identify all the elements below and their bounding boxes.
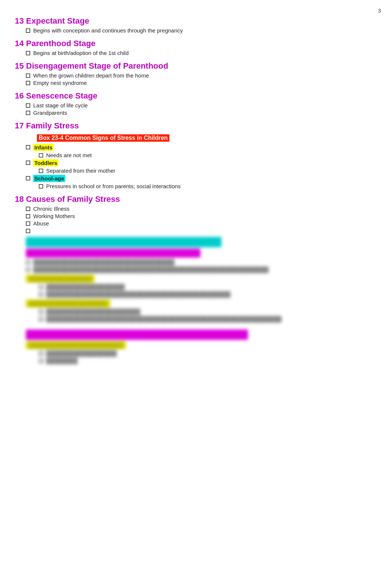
section-16: 16 Senescence Stage Last stage of life c… bbox=[15, 91, 374, 116]
section-14-title: Parenthood Stage bbox=[26, 39, 96, 48]
section-13: 13 Expectant Stage Begins with conceptio… bbox=[15, 16, 374, 34]
section-14-number: 14 bbox=[15, 39, 24, 48]
bullet-text: Grandparents bbox=[33, 110, 67, 116]
bullet-icon bbox=[39, 310, 43, 314]
bullet-text: Last stage of life cycle bbox=[33, 102, 88, 108]
bullet-text: Chronic Illness bbox=[33, 206, 69, 212]
section-15-heading: 15 Disengagement Stage of Parenthood bbox=[15, 61, 374, 71]
section-13-title: Expectant Stage bbox=[26, 16, 89, 25]
blurred-sub-bullet: ████████████████████ bbox=[39, 284, 374, 290]
bullet-icon bbox=[39, 285, 43, 289]
page-number: 3 bbox=[378, 7, 381, 14]
infants-bullet-text: Needs are not met bbox=[46, 152, 92, 158]
section-13-number: 13 bbox=[15, 16, 24, 25]
section-16-heading: 16 Senescence Stage bbox=[15, 91, 374, 101]
blurred-bullet: ████████████████████████████████████ bbox=[26, 259, 374, 265]
bullet-icon bbox=[26, 214, 30, 218]
toddlers-bullet-text: Separated from their mother bbox=[46, 168, 116, 174]
toddlers-sub-bullet: Separated from their mother bbox=[39, 168, 374, 174]
blurred-bullet: ████████████████████████████████████████… bbox=[26, 266, 374, 273]
section-14-heading: 14 Parenthood Stage bbox=[15, 39, 374, 48]
section-18-bullet-3 bbox=[26, 228, 374, 233]
infants-label: Infants bbox=[33, 144, 54, 151]
bullet-icon bbox=[39, 184, 43, 189]
section-18-bullet-1: Working Mothers bbox=[26, 213, 374, 219]
bullet-text: Abuse bbox=[33, 220, 49, 227]
section-18-bullet-0: Chronic Illness bbox=[26, 206, 374, 212]
section-17-title: Family Stress bbox=[26, 121, 79, 130]
stress-box-container: Box 23-4 Common Signs of Stress in Child… bbox=[26, 132, 374, 142]
section-15-number: 15 bbox=[15, 61, 24, 70]
infants-item: Infants bbox=[26, 144, 374, 151]
section-16-bullet-1: Grandparents bbox=[26, 110, 374, 116]
section-18: 18 Causes of Family Stress Chronic Illne… bbox=[15, 194, 374, 233]
section-18-bullet-2: Abuse bbox=[26, 220, 374, 227]
schoolage-bullet-text: Pressures in school or from parents; soc… bbox=[46, 183, 180, 189]
blurred-sub-bullet: ████████ bbox=[39, 358, 374, 364]
bullet-text: Working Mothers bbox=[33, 213, 75, 219]
section-16-bullet-0: Last stage of life cycle bbox=[26, 102, 374, 108]
bullet-icon bbox=[26, 221, 30, 226]
bullet-text: When the grown children depart from the … bbox=[33, 72, 149, 79]
section-17: 17 Family Stress Box 23-4 Common Signs o… bbox=[15, 121, 374, 189]
bullet-icon bbox=[26, 176, 30, 180]
bullet-icon bbox=[26, 207, 30, 211]
bullet-icon bbox=[26, 28, 30, 33]
section-15-title: Disengagement Stage of Parenthood bbox=[26, 61, 168, 70]
section-18-heading: 18 Causes of Family Stress bbox=[15, 194, 374, 204]
infants-sub-bullet: Needs are not met bbox=[39, 152, 374, 158]
section-15: 15 Disengagement Stage of Parenthood Whe… bbox=[15, 61, 374, 86]
section-17-heading: 17 Family Stress bbox=[15, 121, 374, 131]
bullet-icon bbox=[26, 229, 30, 233]
toddlers-label: Toddlers bbox=[33, 159, 58, 166]
section-15-bullet-0: When the grown children depart from the … bbox=[26, 72, 374, 79]
section-15-bullet-1: Empty nest syndrome bbox=[26, 80, 374, 86]
schoolage-item: School-age bbox=[26, 175, 374, 182]
section-13-heading: 13 Expectant Stage bbox=[15, 16, 374, 26]
bullet-icon bbox=[39, 359, 43, 363]
section-17-number: 17 bbox=[15, 121, 24, 130]
bullet-icon bbox=[39, 292, 43, 297]
bullet-icon bbox=[26, 268, 30, 272]
blurred-sub-bullet: ████████████████████████████████████████… bbox=[39, 291, 374, 297]
section-14-bullet-0: Begins at birth/adoption of the 1st chil… bbox=[26, 50, 374, 56]
section-16-number: 16 bbox=[15, 91, 24, 100]
bullet-icon bbox=[39, 169, 43, 173]
bullet-icon bbox=[39, 317, 43, 321]
blurred-section-2: ████████████████████████████████████████… bbox=[15, 330, 374, 364]
bullet-icon bbox=[26, 81, 30, 85]
blurred-sub-bullet: ████████████████████████████████████████… bbox=[39, 316, 374, 322]
bullet-text: Empty nest syndrome bbox=[33, 80, 87, 86]
section-18-title: Causes of Family Stress bbox=[26, 194, 120, 204]
toddlers-item: Toddlers bbox=[26, 159, 374, 166]
section-18-number: 18 bbox=[15, 194, 24, 204]
bullet-icon bbox=[39, 351, 43, 356]
blurred-section-1: ████████████████████████████████████████… bbox=[15, 237, 374, 322]
section-16-title: Senescence Stage bbox=[26, 91, 97, 100]
schoolage-label: School-age bbox=[33, 175, 65, 182]
bullet-text: Begins at birth/adoption of the 1st chil… bbox=[33, 50, 129, 56]
box-highlight-label: Box 23-4 Common Signs of Stress in Child… bbox=[37, 134, 169, 142]
bullet-text: Begins with conception and continues thr… bbox=[33, 27, 183, 34]
bullet-icon bbox=[26, 103, 30, 108]
section-13-bullet-0: Begins with conception and continues thr… bbox=[26, 27, 374, 34]
bullet-icon bbox=[26, 145, 30, 149]
bullet-icon bbox=[26, 111, 30, 115]
bullet-icon bbox=[26, 73, 30, 78]
bullet-icon bbox=[26, 51, 30, 55]
bullet-icon bbox=[26, 260, 30, 265]
blurred-sub-bullet: ██████████████████ bbox=[39, 350, 374, 356]
bullet-icon bbox=[26, 161, 30, 165]
bullet-icon bbox=[39, 153, 43, 158]
blurred-sub-bullet: ████████████████████████ bbox=[39, 308, 374, 315]
schoolage-sub-bullet: Pressures in school or from parents; soc… bbox=[39, 183, 374, 189]
section-14: 14 Parenthood Stage Begins at birth/adop… bbox=[15, 39, 374, 56]
